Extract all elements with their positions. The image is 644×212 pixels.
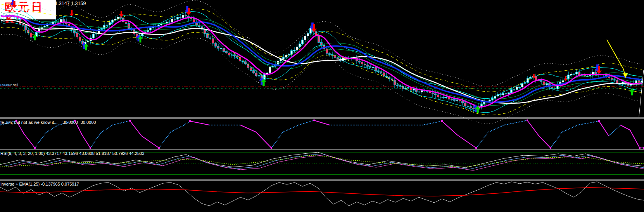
chart-title: USD,Daily 1.3154 1.3191 1.3147 1.3159 xyxy=(1,1,29,23)
inverse-ema-indicator-label: Inverse + EMA(1,25) -0.137965 0.075917 xyxy=(0,182,79,186)
chart-symbol-title: USD,Daily xyxy=(6,6,29,12)
chart-ohlc-values: 1.3154 1.3191 1.3147 1.3159 xyxy=(22,1,86,6)
order-sell-label: 696862 sell xyxy=(0,83,18,87)
chart-canvas[interactable] xyxy=(0,0,644,212)
rsi-indicator-label: RSI(9, 4, 3, 3, 20, 1.00) 43.3717 43.159… xyxy=(0,151,144,156)
mt4-chart-window: USD,Daily 1.3154 1.3191 1.3147 1.3159 欧元… xyxy=(0,0,644,212)
semaphore-indicator-label: fe Jim, but not as we know it... -30.000… xyxy=(0,120,96,125)
